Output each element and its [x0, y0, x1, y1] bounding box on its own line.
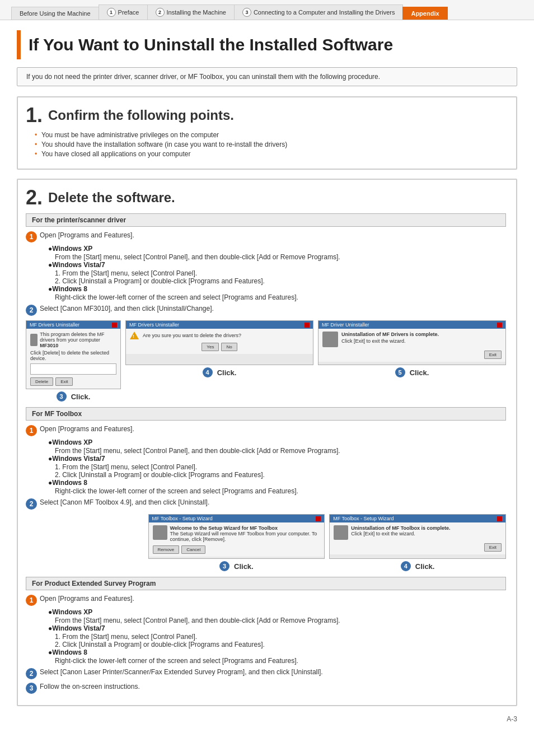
- toolbox-ss2-body1: Uninstallation of MF Toolbox is complete…: [351, 525, 450, 531]
- toolbox-ss2-click-row: 4 Click.: [401, 561, 435, 571]
- printer-ss1-body3: Click [Delete] to delete the selected de…: [30, 350, 116, 361]
- survey-xp-label: ●Windows XP: [48, 608, 506, 616]
- printer-substep2-num: 2: [26, 305, 37, 316]
- printer-vista7-label: ●Windows Vista/7: [48, 261, 506, 269]
- toolbox-screenshots: MF Toolbox - Setup Wizard Welcome to the…: [26, 514, 506, 571]
- toolbox-substep2-text: Select [Canon MF Toolbox 4.9], and then …: [40, 498, 209, 506]
- top-navigation: Before Using the Machine 1 Preface 2 Ins…: [0, 0, 534, 20]
- page-content: If You Want to Uninstall the Installed S…: [0, 30, 534, 740]
- survey-win8-text: Right-click the lower-left corner of the…: [55, 657, 506, 665]
- survey-substep2-text: Select [Canon Laser Printer/Scanner/Fax …: [40, 668, 323, 676]
- printer-ss3-titlebar: MF Driver Uninstaller: [318, 321, 505, 329]
- printer-ss2-btns: Yes No: [130, 343, 309, 351]
- toolbox-xp-text: From the [Start] menu, select [Control P…: [55, 447, 506, 455]
- toolbox-ss1-click: Click.: [234, 562, 254, 571]
- printer-substep2-text: Select [Canon MF3010], and then click [U…: [40, 305, 214, 312]
- toolbox-ss1-box: MF Toolbox - Setup Wizard Welcome to the…: [148, 514, 325, 559]
- page-title-section: If You Want to Uninstall the Installed S…: [17, 30, 517, 59]
- survey-vista7-label: ●Windows Vista/7: [48, 624, 506, 632]
- toolbox-ss2-icon: [334, 525, 348, 540]
- step1-bullet-3: You have closed all applications on your…: [35, 150, 506, 158]
- section-printer-scanner-label: For the printer/scanner driver: [32, 216, 126, 224]
- tab-before-using-label: Before Using the Machine: [20, 10, 91, 17]
- printer-screenshots: MF Drivers Uninstaller This program dele…: [26, 320, 506, 402]
- toolbox-ss1-btns: Remove Cancel: [153, 545, 321, 554]
- step1-number: 1.: [26, 105, 43, 125]
- step1-header: 1. Confirm the following points.: [26, 105, 506, 125]
- survey-vista7-1: 1. From the [Start] menu, select [Contro…: [55, 633, 506, 641]
- printer-ss1-title: MF Drivers Uninstaller: [30, 322, 79, 328]
- step1-bullet-2: You should have the installation softwar…: [35, 141, 506, 148]
- toolbox-ss2-body2: Click [Exit] to exit the wizard.: [351, 531, 450, 536]
- toolbox-substep2-num: 2: [26, 498, 37, 510]
- printer-ss1-btn2: Exit: [55, 377, 73, 386]
- printer-ss2-box: MF Drivers Uninstaller Are you sure you …: [125, 320, 313, 365]
- printer-ss2-btn2: No: [221, 343, 237, 351]
- toolbox-ss1-body: Welcome to the Setup Wizard for MF Toolb…: [149, 522, 325, 557]
- survey-substep1-row: 1 Open [Programs and Features].: [26, 595, 506, 606]
- toolbox-ss2-col: MF Toolbox - Setup Wizard Uninstallation…: [329, 514, 506, 571]
- page-title: If You Want to Uninstall the Installed S…: [29, 35, 393, 54]
- survey-os-list: ●Windows XP From the [Start] menu, selec…: [26, 608, 506, 665]
- tab-preface[interactable]: 1 Preface: [99, 4, 148, 20]
- warn-icon: [130, 332, 139, 339]
- printer-substep1-text: Open [Programs and Features].: [40, 231, 134, 239]
- toolbox-ss1-btn2: Cancel: [181, 545, 205, 554]
- tab-installing[interactable]: 2 Installing the Machine: [147, 4, 235, 20]
- survey-substep2-num: 2: [26, 668, 37, 679]
- printer-win8-text: Right-click the lower-left corner of the…: [55, 293, 506, 301]
- survey-substep1-text: Open [Programs and Features].: [40, 595, 134, 603]
- printer-ss2-close: [305, 323, 310, 328]
- survey-substep3-text: Follow the on-screen instructions.: [40, 683, 140, 690]
- toolbox-vista7-2: 2. Click [Uninstall a Program] or double…: [55, 471, 506, 479]
- printer-ss3-body1: Uninstallation of MF Drivers is complete…: [341, 332, 439, 337]
- printer-substep1-num: 1: [26, 231, 37, 242]
- toolbox-ss1-body2: The Setup Wizard will remove MF Toolbox …: [170, 531, 321, 542]
- printer-ss1-body1: This program deletes the MF drivers from…: [40, 332, 116, 343]
- page-number-section: A-3: [17, 715, 517, 723]
- tab-connecting-label: Connecting to a Computer and Installing …: [254, 9, 395, 16]
- toolbox-ss1-titlebar: MF Toolbox - Setup Wizard: [149, 515, 325, 522]
- tab-appendix[interactable]: Appendix: [402, 7, 447, 20]
- tab-connecting[interactable]: 3 Connecting to a Computer and Installin…: [234, 4, 404, 20]
- survey-xp-text: From the [Start] menu, select [Control P…: [55, 617, 506, 624]
- intro-text: If you do not need the printer driver, s…: [26, 73, 380, 81]
- printer-ss3-body2: Click [Exit] to exit the wizard.: [341, 338, 439, 344]
- printer-os-list: ●Windows XP From the [Start] menu, selec…: [26, 245, 506, 301]
- printer-ss2-click: Click.: [217, 368, 237, 377]
- printer-ss3-click-row: 5 Click.: [395, 367, 429, 377]
- step1-bullet-1: You must be have administrative privileg…: [35, 131, 506, 139]
- tab-connecting-step: 3: [242, 8, 251, 17]
- step2-header: 2. Delete the software.: [26, 188, 506, 208]
- survey-substep1-num: 1: [26, 595, 37, 606]
- printer-ss1-icon-row: This program deletes the MF drivers from…: [30, 332, 116, 348]
- tab-before-using[interactable]: Before Using the Machine: [11, 7, 99, 20]
- printer-ss2-stepnum: 4: [203, 367, 213, 377]
- printer-ss2-title: MF Drivers Uninstaller: [129, 322, 179, 328]
- printer-ss1-click-row: 3 Click.: [57, 391, 91, 402]
- printer-ss3-close: [497, 323, 502, 328]
- step2-title: Delete the software.: [48, 190, 175, 206]
- tab-appendix-label: Appendix: [411, 10, 439, 17]
- toolbox-ss2-btn: Exit: [484, 543, 502, 552]
- printer-substep1-row: 1 Open [Programs and Features].: [26, 231, 506, 242]
- survey-substep3-row: 3 Follow the on-screen instructions.: [26, 683, 506, 694]
- toolbox-ss2-titlebar: MF Toolbox - Setup Wizard: [330, 515, 505, 522]
- step1-title: Confirm the following points.: [48, 108, 234, 123]
- printer-ss1-btn1: Delete: [30, 377, 53, 386]
- toolbox-ss2-click: Click.: [415, 562, 435, 571]
- printer-ss1-body2: MF3010: [40, 343, 116, 348]
- toolbox-ss2-content: Uninstallation of MF Toolbox is complete…: [334, 525, 502, 540]
- toolbox-win8-label: ●Windows 8: [48, 479, 506, 487]
- printer-icon: [30, 334, 38, 346]
- printer-ss1-col: MF Drivers Uninstaller This program dele…: [26, 320, 121, 402]
- printer-ss3-click: Click.: [410, 368, 429, 377]
- printer-ss1-box: MF Drivers Uninstaller This program dele…: [26, 320, 121, 389]
- toolbox-ss1-content: Welcome to the Setup Wizard for MF Toolb…: [153, 525, 321, 542]
- printer-substep2-row: 2 Select [Canon MF3010], and then click …: [26, 305, 506, 316]
- toolbox-ss2-box: MF Toolbox - Setup Wizard Uninstallation…: [329, 514, 506, 559]
- survey-win8-label: ●Windows 8: [48, 648, 506, 656]
- toolbox-substep2-row: 2 Select [Canon MF Toolbox 4.9], and the…: [26, 498, 506, 510]
- printer-ss2-col: MF Drivers Uninstaller Are you sure you …: [125, 320, 313, 377]
- toolbox-ss2-body: Uninstallation of MF Toolbox is complete…: [330, 522, 505, 554]
